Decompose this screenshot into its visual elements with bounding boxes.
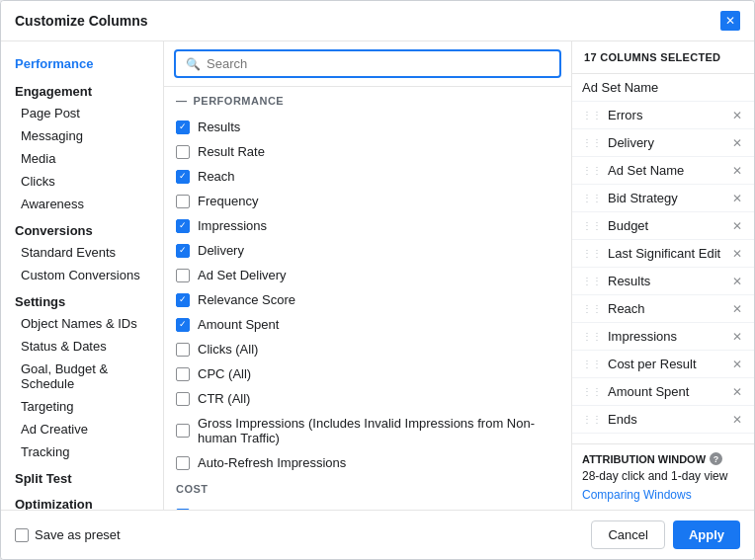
sidebar-item-tracking[interactable]: Tracking [1, 440, 163, 463]
remove-budget-button[interactable]: ✕ [730, 219, 744, 233]
column-item-clicks-all[interactable]: Clicks (All) [164, 337, 571, 361]
close-button[interactable]: ✕ [720, 11, 740, 31]
remove-results-button[interactable]: ✕ [730, 275, 744, 288]
apply-button[interactable]: Apply [673, 520, 740, 549]
selected-item-results[interactable]: ⋮⋮ Results ✕ [572, 268, 754, 295]
sidebar-item-ad-creative[interactable]: Ad Creative [1, 418, 163, 440]
column-item-impressions[interactable]: Impressions [164, 213, 571, 238]
remove-bid-strategy-button[interactable]: ✕ [730, 192, 744, 205]
save-preset-checkbox[interactable] [15, 528, 29, 542]
column-item-result-rate[interactable]: Result Rate [164, 139, 571, 164]
sidebar-item-page-post[interactable]: Page Post [1, 102, 163, 124]
checkbox-ctr-all[interactable] [176, 392, 190, 406]
sidebar-item-clicks[interactable]: Clicks [1, 170, 163, 193]
column-item-cpc-all[interactable]: CPC (All) [164, 361, 571, 386]
selected-label-ad-set-name-first: Ad Set Name [582, 80, 744, 95]
remove-errors-button[interactable]: ✕ [730, 109, 744, 122]
sidebar-item-goal-budget[interactable]: Goal, Budget & Schedule [1, 358, 163, 395]
checkbox-ad-set-delivery[interactable] [176, 269, 190, 282]
remove-cost-per-result-button[interactable]: ✕ [730, 358, 744, 371]
sidebar-item-messaging[interactable]: Messaging [1, 124, 163, 147]
sidebar-item-object-names[interactable]: Object Names & IDs [1, 312, 163, 335]
selected-item-ends[interactable]: ⋮⋮ Ends ✕ [572, 406, 754, 434]
attribution-section: ATTRIBUTION WINDOW ? 28-day click and 1-… [572, 443, 754, 510]
selected-item-cost-per-result[interactable]: ⋮⋮ Cost per Result ✕ [572, 351, 754, 378]
checkbox-relevance-score[interactable] [176, 293, 190, 307]
remove-ad-set-name-button[interactable]: ✕ [730, 164, 744, 178]
drag-handle-ends: ⋮⋮ [582, 414, 602, 425]
save-preset-label: Save as preset [35, 527, 121, 542]
sidebar-item-custom-conversions[interactable]: Custom Conversions [1, 264, 163, 286]
selected-item-ad-set-name-first: Ad Set Name [572, 74, 754, 102]
label-result-rate: Result Rate [198, 144, 265, 159]
column-item-results[interactable]: Results [164, 115, 571, 139]
selected-item-ad-set-name[interactable]: ⋮⋮ Ad Set Name ✕ [572, 157, 754, 185]
sidebar-item-performance[interactable]: Performance [1, 51, 163, 76]
cancel-button[interactable]: Cancel [591, 520, 664, 549]
dialog-header: Customize Columns ✕ [1, 1, 754, 41]
sidebar-item-targeting[interactable]: Targeting [1, 395, 163, 418]
footer-buttons: Cancel Apply [591, 520, 740, 549]
checkbox-gross-impressions[interactable] [176, 424, 190, 438]
dialog-footer: Save as preset Cancel Apply [1, 510, 754, 559]
selected-label-ends: Ends [608, 412, 730, 427]
sidebar-item-awareness[interactable]: Awareness [1, 193, 163, 215]
checkbox-frequency[interactable] [176, 195, 190, 208]
checkbox-cpc-all[interactable] [176, 367, 190, 381]
checkbox-auto-refresh[interactable] [176, 456, 190, 470]
remove-delivery-button[interactable]: ✕ [730, 136, 744, 150]
column-item-amount-spent[interactable]: Amount Spent [164, 312, 571, 337]
drag-handle-delivery: ⋮⋮ [582, 137, 602, 148]
sidebar-item-media[interactable]: Media [1, 147, 163, 170]
checkbox-clicks-all[interactable] [176, 343, 190, 357]
attribution-comparing-windows-link[interactable]: Comparing Windows [582, 488, 692, 502]
dialog-title: Customize Columns [15, 13, 148, 29]
column-item-frequency[interactable]: Frequency [164, 189, 571, 213]
selected-label-amount-spent: Amount Spent [608, 384, 730, 399]
remove-ends-button[interactable]: ✕ [730, 413, 744, 427]
selected-item-errors[interactable]: ⋮⋮ Errors ✕ [572, 102, 754, 129]
selected-label-impressions: Impressions [608, 329, 730, 344]
checkbox-amount-spent[interactable] [176, 318, 190, 332]
drag-handle-cost-per-result: ⋮⋮ [582, 359, 602, 369]
column-item-gross-impressions[interactable]: Gross Impressions (Includes Invalid Impr… [164, 411, 571, 450]
label-gross-impressions: Gross Impressions (Includes Invalid Impr… [198, 416, 559, 445]
column-item-ad-set-delivery[interactable]: Ad Set Delivery [164, 263, 571, 287]
checkbox-delivery[interactable] [176, 244, 190, 258]
column-item-reach[interactable]: Reach [164, 164, 571, 189]
selected-item-reach[interactable]: ⋮⋮ Reach ✕ [572, 295, 754, 323]
selected-item-bid-strategy[interactable]: ⋮⋮ Bid Strategy ✕ [572, 185, 754, 212]
attribution-info-icon[interactable]: ? [710, 452, 722, 465]
label-ctr-all: CTR (All) [198, 391, 250, 406]
checkbox-result-rate[interactable] [176, 145, 190, 159]
remove-reach-button[interactable]: ✕ [730, 302, 744, 316]
sidebar-item-status-dates[interactable]: Status & Dates [1, 335, 163, 358]
label-auto-refresh: Auto-Refresh Impressions [198, 455, 346, 470]
sidebar-section-engagement: Engagement [1, 76, 163, 102]
column-item-delivery[interactable]: Delivery [164, 238, 571, 263]
column-item-relevance-score[interactable]: Relevance Score [164, 287, 571, 312]
checkbox-results[interactable] [176, 120, 190, 134]
sidebar-item-standard-events[interactable]: Standard Events [1, 241, 163, 264]
right-panel: 17 COLUMNS SELECTED Ad Set Name ⋮⋮ Error… [571, 41, 754, 510]
remove-last-significant-edit-button[interactable]: ✕ [730, 247, 744, 261]
selected-item-last-significant-edit[interactable]: ⋮⋮ Last Significant Edit ✕ [572, 240, 754, 268]
selected-item-budget[interactable]: ⋮⋮ Budget ✕ [572, 212, 754, 240]
selected-item-delivery[interactable]: ⋮⋮ Delivery ✕ [572, 129, 754, 157]
remove-impressions-button[interactable]: ✕ [730, 330, 744, 344]
drag-handle-errors: ⋮⋮ [582, 110, 602, 120]
section-header-cost: COST [164, 475, 571, 503]
checkbox-impressions[interactable] [176, 219, 190, 233]
save-preset-container: Save as preset [15, 527, 121, 542]
attribution-value: 28-day click and 1-day view [582, 469, 744, 483]
column-item-auto-refresh[interactable]: Auto-Refresh Impressions [164, 450, 571, 475]
column-item-cost-per-result[interactable]: Cost per Result [164, 503, 571, 510]
search-input[interactable] [207, 56, 549, 71]
selected-item-amount-spent[interactable]: ⋮⋮ Amount Spent ✕ [572, 378, 754, 406]
drag-handle-bid-strategy: ⋮⋮ [582, 193, 602, 203]
column-item-ctr-all[interactable]: CTR (All) [164, 386, 571, 411]
selected-item-impressions[interactable]: ⋮⋮ Impressions ✕ [572, 323, 754, 351]
section-toggle-performance[interactable]: — [176, 95, 188, 107]
remove-amount-spent-button[interactable]: ✕ [730, 385, 744, 399]
checkbox-reach[interactable] [176, 170, 190, 184]
